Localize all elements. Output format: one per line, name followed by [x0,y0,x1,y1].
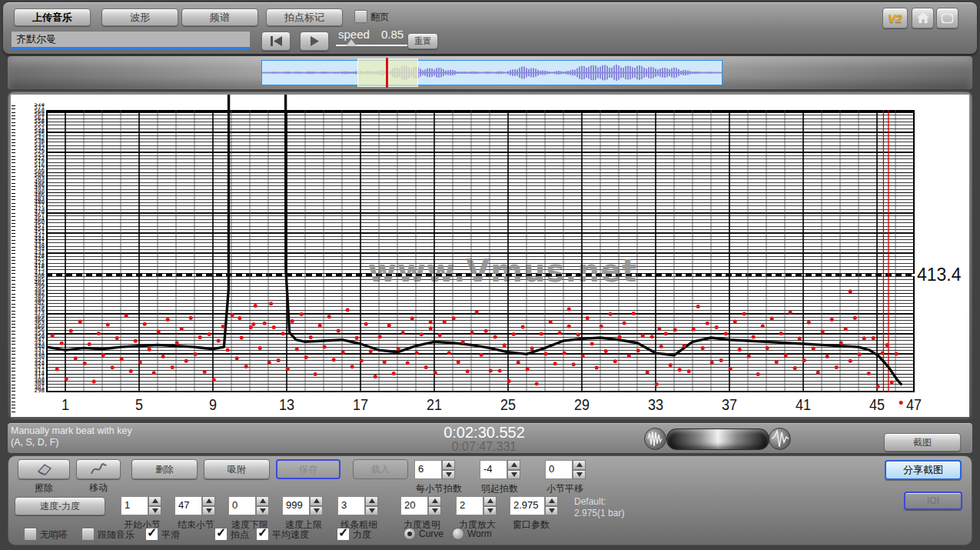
anacrusis-value[interactable]: -4 [480,460,507,479]
x-axis-tick: 9 [199,396,227,414]
anacrusis-up[interactable] [507,460,520,470]
beat-mark-tab-button[interactable]: 拍点标记 [266,8,343,26]
line-width-stepper[interactable]: 3 [337,496,378,515]
zoom-out-waveform-button[interactable] [644,428,666,450]
speed-max-up[interactable] [310,496,323,506]
end-bar-stepper[interactable]: 47 [174,496,215,515]
speed-slider-thumb[interactable] [346,39,357,46]
curve-radio[interactable] [404,528,416,540]
x-axis-tick: 29 [568,396,596,414]
no-click-checkbox[interactable] [24,528,37,541]
snap-button[interactable]: 吸附 [204,459,270,479]
play-icon [309,36,320,46]
anacrusis-down[interactable] [507,470,520,480]
waveform-overview-box[interactable] [261,60,723,85]
fullscreen-button[interactable] [936,8,958,28]
upload-music-button[interactable]: 上传音乐 [14,8,91,26]
start-bar-up[interactable] [148,496,161,506]
end-bar-value[interactable]: 47 [174,496,202,515]
speed-reset-button[interactable]: 重置 [407,33,438,49]
worm-radio[interactable] [452,528,464,540]
start-bar-down[interactable] [148,506,161,516]
dyn-scale-down[interactable] [483,506,497,516]
speed-min-value[interactable]: 0 [228,496,256,515]
x-axis-tick: 21 [420,396,448,414]
end-bar-up[interactable] [202,496,215,506]
dyn-scale-up[interactable] [483,496,497,506]
bar-shift-stepper[interactable]: 0 [545,460,586,479]
save-button[interactable]: 保存 [276,459,341,479]
smooth-checkbox[interactable] [145,528,158,541]
speed-value: 0.85 [381,28,404,41]
dyn-scale-value[interactable]: 2 [456,496,483,515]
dyn-scale-stepper[interactable]: 2 [456,496,497,515]
waveform-tab-button[interactable]: 波形 [101,8,178,26]
x-axis-tick: 41 [789,396,817,414]
x-axis-tick: 47 [900,396,928,414]
beats-per-bar-down[interactable] [442,470,455,480]
speed-min-stepper[interactable]: 0 [228,496,269,515]
line-width-value[interactable]: 3 [337,496,365,515]
dynamics-checkbox[interactable] [337,528,350,541]
speed-dynamics-button[interactable]: 速度-力度 [15,497,105,515]
speed-max-stepper[interactable]: 999 [282,496,323,515]
start-bar-stepper[interactable]: 1 [121,496,161,515]
waveform-playhead-cursor[interactable] [386,58,388,88]
line-width-down[interactable] [365,506,378,516]
tempo-chart-area[interactable]: 5745715685645615585555515485455425385355… [11,95,969,417]
anacrusis-label: 弱起拍数 [481,482,518,495]
beats-per-bar-value[interactable]: 6 [414,460,442,479]
share-screenshot-button[interactable]: 分享截图 [885,460,962,480]
beats-per-bar-up[interactable] [442,460,455,470]
dyn-alpha-down[interactable] [428,506,441,516]
avg-speed-checkbox[interactable] [256,528,269,541]
erase-tool-button[interactable] [18,459,70,479]
waveform-overview-strip[interactable] [8,56,972,89]
start-bar-value[interactable]: 1 [121,496,148,515]
play-button[interactable] [300,32,329,51]
bar-shift-value[interactable]: 0 [545,460,573,479]
dyn-alpha-value[interactable]: 20 [400,496,428,515]
bar-shift-down[interactable] [573,470,586,480]
follow-music-checkbox[interactable] [81,528,95,541]
home-button[interactable] [912,8,934,28]
speed-max-down[interactable] [310,506,323,516]
waveform-zoom-slider[interactable] [666,428,769,450]
screenshot-button[interactable]: 截图 [884,433,961,452]
beats-checkbox[interactable] [214,528,228,541]
window-param-up[interactable] [545,496,558,506]
anacrusis-stepper[interactable]: -4 [480,460,520,479]
page-turn-checkbox[interactable] [354,10,367,23]
speed-max-value[interactable]: 999 [282,496,310,515]
load-button[interactable]: 载入 [353,459,408,479]
speed-min-up[interactable] [256,496,269,506]
x-axis-tick: 37 [716,396,743,414]
line-width-up[interactable] [365,496,378,506]
avg-speed-label: 平均速度 [272,528,309,542]
window-param-stepper[interactable]: 2.975 [510,496,558,515]
erase-tool-label: 擦除 [21,482,67,495]
version-v2-button[interactable]: V2 [882,8,908,28]
skip-to-start-button[interactable] [261,32,291,51]
speed-min-down[interactable] [256,506,269,516]
ioi-button[interactable]: IOI [904,492,962,510]
plot-grid[interactable] [46,110,915,392]
beats-per-bar-stepper[interactable]: 6 [414,460,455,479]
spectrum-tab-button[interactable]: 频谱 [181,8,258,26]
bar-shift-up[interactable] [573,460,586,470]
window-param-value[interactable]: 2.975 [510,496,545,515]
watermark-text: www.Vmus.net [341,253,664,288]
dyn-alpha-stepper[interactable]: 20 [400,496,441,515]
window-param-down[interactable] [545,506,558,516]
stretched-waveform-icon [769,428,790,449]
smooth-label: 平滑 [161,528,180,542]
end-bar-label: 结束小节 [178,518,214,532]
move-tool-button[interactable] [76,459,121,479]
follow-music-label: 跟随音乐 [98,528,135,542]
end-bar-down[interactable] [202,506,215,516]
delete-button[interactable]: 删除 [131,459,198,479]
zoom-in-waveform-button[interactable] [769,428,791,450]
track-name-input[interactable] [11,31,251,49]
dyn-alpha-up[interactable] [428,496,441,506]
top-toolbar: 上传音乐 波形 频谱 拍点标记 翻页 speed 0.85 重置 V2 [3,2,977,54]
